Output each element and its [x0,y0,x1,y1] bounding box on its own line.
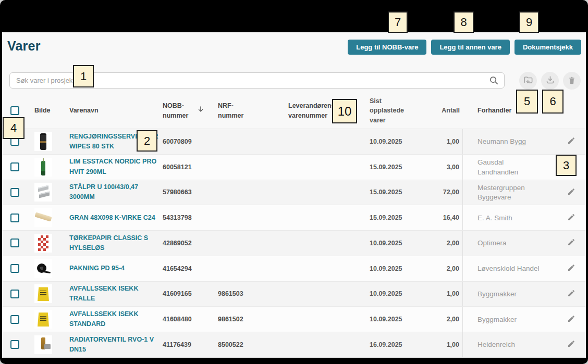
quantity: 72,00 [422,180,463,205]
last-uploaded-date: 10.09.2025 [364,265,422,272]
edit-row-button[interactable] [565,211,578,225]
table-actions [519,72,581,90]
row-checkbox[interactable] [10,239,19,247]
delete-button[interactable] [563,72,581,90]
annotation-1: 1 [73,65,94,87]
glue-cartridge-image [34,158,52,177]
annotation-2: 2 [137,130,157,152]
waste-bag-image [34,310,52,329]
waste-bag-image [34,284,52,303]
wood-plank-image [34,208,52,227]
page-title: Varer [7,39,41,54]
table-body: RENGJØRINGSSERVIETTER WIPES 80 STK 60070… [2,129,586,358]
annotation-10: 10 [332,99,357,123]
last-uploaded-date: 10.09.2025 [364,138,422,145]
annotation-3: 3 [556,155,577,176]
annotation-5: 5 [516,90,538,114]
column-header-nobb[interactable]: NOBB-nummer [163,101,213,120]
nobb-number: 54313798 [163,214,213,221]
edit-row-button[interactable] [565,261,578,275]
search-icon [489,76,499,87]
edit-row-button[interactable] [565,287,578,301]
product-name-link[interactable]: LIM ESSTACK NORDIC PRO HVIT 290ML [69,157,158,177]
row-checkbox[interactable] [10,290,19,298]
table-header-row: Bilde Varenavn NOBB-nummer NRF-nummer Le… [2,93,586,129]
last-uploaded-date: 15.09.2025 [364,164,422,171]
product-name-link[interactable]: RADIATORVENTIL RVO-1 V DN15 [69,335,158,355]
last-uploaded-date: 16.09.2025 [364,341,422,348]
dealer-name: Optimera [477,239,507,247]
row-checkbox[interactable] [10,162,19,171]
quantity: 1,00 [422,282,463,307]
nrf-number: 9861503 [213,290,283,297]
nobb-number: 42869052 [163,240,213,247]
quantity: 2,00 [422,307,463,332]
add-other-item-button[interactable]: Legg til annen vare [431,40,509,55]
last-uploaded-date: 15.09.2025 [364,214,422,221]
product-name-link[interactable]: GRAN 48X098 K-VIRKE C24 [69,213,155,223]
canister-image [34,132,52,151]
dealer-name: Byggmakker [477,316,517,323]
column-header-nrf: NRF-nummer [218,101,248,120]
annotation-6: 6 [542,90,564,114]
trash-icon [567,76,577,86]
annotation-4: 4 [3,117,24,139]
paper-roll-image [34,234,52,253]
select-all-checkbox[interactable] [10,106,19,115]
row-checkbox[interactable] [10,188,19,197]
download-button[interactable] [541,72,559,90]
quantity: 16,40 [422,205,463,230]
table-row: AVFALLSSEKK ISEKK STANDARD 41608480 9861… [2,307,586,332]
product-name-link[interactable]: TØRKEPAPIR CLASSIC S HYLSELØS [69,233,158,254]
quantity: 2,00 [422,231,463,256]
last-uploaded-date: 10.09.2025 [364,240,422,247]
dealer-name: Løvenskiold Handel [477,265,540,272]
product-name-link[interactable]: AVFALLSSEKK ISEKK TRALLE [69,284,158,304]
column-header-bilde: Bilde [34,106,51,115]
dealer-name: Byggmakker [477,290,517,298]
add-nobb-item-button[interactable]: Legg til NOBB-vare [348,40,426,55]
pencil-icon [567,190,575,197]
steel-profile-image [34,183,52,202]
row-checkbox[interactable] [10,315,19,324]
row-checkbox[interactable] [10,214,19,222]
product-name-link[interactable]: PAKNING PD 95-4 [69,263,125,273]
export-folder-button[interactable] [519,72,537,90]
edit-row-button[interactable] [565,134,578,148]
products-table: Bilde Varenavn NOBB-nummer NRF-nummer Le… [2,93,586,358]
edit-row-button[interactable] [565,312,578,327]
nrf-number: 8500522 [213,341,283,348]
row-checkbox[interactable] [10,264,19,273]
pencil-icon [567,215,575,223]
quantity: 1,00 [422,129,463,154]
table-row: STÅLPR U 100/43/0,47 3000MM 57980663 15.… [2,180,586,206]
quantity: 1,00 [422,332,463,357]
pencil-icon [567,317,575,324]
toolbar: Legg til NOBB-vare Legg til annen vare D… [348,40,581,55]
table-row: LIM ESSTACK NORDIC PRO HVIT 290ML 600581… [2,155,586,180]
pencil-icon [567,240,575,248]
table-row: GRAN 48X098 K-VIRKE C24 54313798 15.09.2… [2,205,586,231]
row-checkbox[interactable] [10,340,19,349]
table-row: RADIATORVENTIL RVO-1 V DN15 41176439 850… [2,332,586,358]
nrf-number: 9861502 [213,316,283,323]
dealer-name: Mestergruppen Byggevare [477,184,525,202]
table-row: TØRKEPAPIR CLASSIC S HYLSELØS 42869052 1… [2,231,586,256]
product-name-link[interactable]: AVFALLSSEKK ISEKK STANDARD [69,309,158,330]
nobb-number: 41176439 [163,341,213,348]
nobb-number: 57980663 [163,189,213,196]
last-uploaded-date: 10.09.2025 [364,290,422,297]
app-window: Varer Legg til NOBB-vare Legg til annen … [0,0,588,364]
edit-row-button[interactable] [565,337,578,352]
nobb-number: 60058121 [163,164,213,171]
last-uploaded-date: 10.09.2025 [364,316,422,323]
edit-row-button[interactable] [565,185,578,199]
column-header-forhandler: Forhandler [477,107,511,114]
dealer-name: Gausdal Landhandleri [477,158,518,176]
edit-row-button[interactable] [565,236,578,250]
product-name-link[interactable]: STÅLPR U 100/43/0,47 3000MM [69,182,158,203]
document-check-button[interactable]: Dokumentsjekk [514,40,581,55]
annotation-7: 7 [388,11,408,33]
pencil-icon [567,139,575,146]
dealer-name: Neumann Bygg [477,137,526,145]
